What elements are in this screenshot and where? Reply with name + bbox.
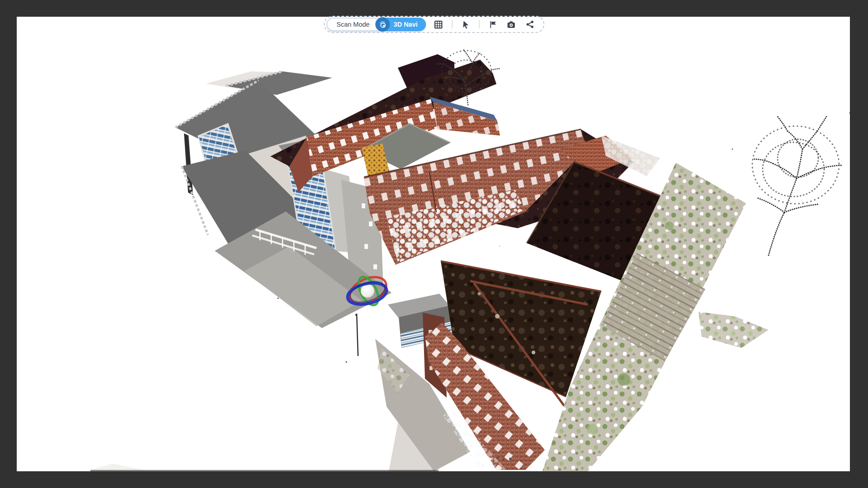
toolbar-separator: [479, 20, 480, 28]
ground-fragment: [88, 464, 145, 470]
grid-icon[interactable]: [433, 19, 444, 30]
toolbar-icon-group: [433, 19, 535, 30]
mode-toggle[interactable]: Scan Mode 3D Navi: [326, 18, 426, 31]
scan-mode-button[interactable]: Scan Mode: [327, 21, 376, 28]
toolbar-separator: [452, 20, 453, 28]
orbit-hand-icon: [376, 17, 390, 32]
canvas-bottom-line: [90, 470, 439, 471]
viewport-canvas[interactable]: [17, 17, 850, 471]
navi-label: 3D Navi: [394, 21, 418, 28]
share-icon[interactable]: [524, 19, 535, 30]
tree-east: [752, 117, 842, 255]
flag-icon[interactable]: [487, 19, 498, 30]
toolbar: Scan Mode 3D Navi: [324, 16, 544, 33]
cursor-icon[interactable]: [460, 19, 471, 30]
camera-icon[interactable]: [506, 19, 517, 30]
viewport-3d-scene[interactable]: [17, 17, 850, 471]
3d-navi-button[interactable]: 3D Navi: [377, 18, 426, 31]
gizmo-sphere: [361, 284, 374, 298]
